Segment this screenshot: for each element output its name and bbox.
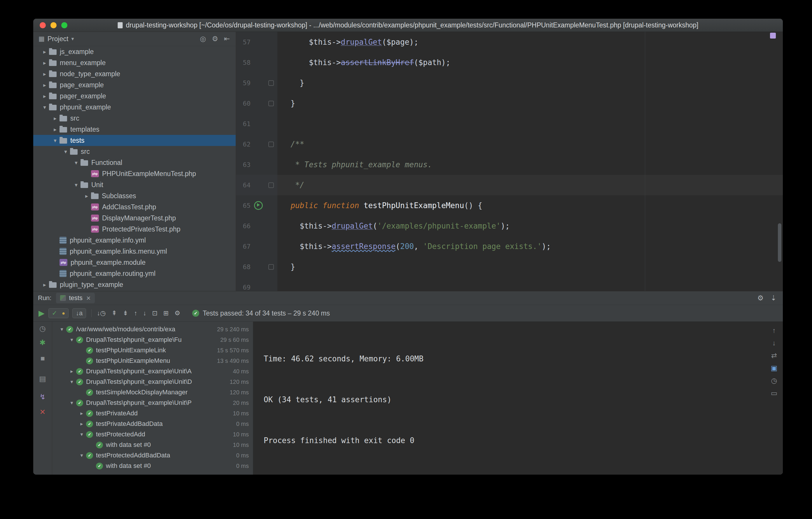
chevron-expanded-icon[interactable]: ▾ xyxy=(61,148,70,155)
test-tree-item[interactable]: ▾✓Drupal\Tests\phpunit_example\Unit\P20 … xyxy=(52,398,253,408)
project-tree-item[interactable]: phpProtectedPrivatesTest.php xyxy=(33,224,236,235)
chevron-collapsed-icon[interactable]: ▸ xyxy=(77,420,86,427)
project-tree-item[interactable]: phpAddClassTest.php xyxy=(33,201,236,213)
test-tree-item[interactable]: ▾✓Drupal\Tests\phpunit_example\Unit\D120… xyxy=(52,377,253,387)
chevron-expanded-icon[interactable]: ▾ xyxy=(67,379,76,385)
console-pane[interactable]: Time: 46.62 seconds, Memory: 6.00MB OK (… xyxy=(253,322,783,475)
code-editor[interactable]: 57 $this->drupalGet($page);58 $this->ass… xyxy=(236,32,783,291)
project-tree-item[interactable]: ▸page_example xyxy=(33,79,236,90)
project-tree-item[interactable]: phpPHPUnitExampleMenuTest.php xyxy=(33,168,236,179)
project-tree-item[interactable]: phpunit_example.links.menu.yml xyxy=(33,246,236,257)
next-failed-test-icon[interactable]: ↓ xyxy=(143,309,146,317)
project-tree-item[interactable]: ▸js_example xyxy=(33,46,236,57)
fold-marker-icon[interactable] xyxy=(268,101,274,106)
code-line[interactable]: 61 xyxy=(236,113,783,134)
test-settings-icon[interactable]: ⚙ xyxy=(174,309,180,317)
test-tree-item[interactable]: ▸✓testPrivateAdd10 ms xyxy=(52,408,253,418)
close-tab-icon[interactable]: × xyxy=(86,294,91,302)
hide-panel-icon[interactable]: ⇤ xyxy=(224,35,230,43)
chevron-collapsed-icon[interactable]: ▸ xyxy=(51,126,59,133)
run-test-icon[interactable] xyxy=(254,201,263,210)
close-window-button[interactable] xyxy=(40,22,46,28)
project-tree-item[interactable]: ▾phpunit_example xyxy=(33,102,236,113)
close-icon[interactable]: ✕ xyxy=(40,408,46,416)
chevron-collapsed-icon[interactable]: ▸ xyxy=(40,71,49,77)
project-tree-item[interactable]: phpDisplayManagerTest.php xyxy=(33,213,236,224)
inspection-indicator[interactable] xyxy=(770,33,776,38)
export-test-results-icon[interactable]: ⊞ xyxy=(163,309,169,317)
code-line[interactable]: 67 $this->assertResponse(200, 'Descripti… xyxy=(236,236,783,256)
project-tree-item[interactable]: ▸templates xyxy=(33,124,236,135)
chevron-collapsed-icon[interactable]: ▸ xyxy=(40,93,49,100)
settings-icon[interactable]: ⚙ xyxy=(757,294,763,302)
test-tree-item[interactable]: ▸✓testPrivateAddBadData0 ms xyxy=(52,418,253,429)
code-line[interactable]: 59 } xyxy=(236,73,783,93)
test-tree-item[interactable]: ▸✓Drupal\Tests\phpunit_example\Unit\A40 … xyxy=(52,366,253,377)
project-tree-item[interactable]: ▸plugin_type_example xyxy=(33,279,236,290)
scroll-to-top-icon[interactable]: ↑ xyxy=(772,326,776,334)
test-tree-item[interactable]: ▾✓testProtectedAddBadData0 ms xyxy=(52,450,253,461)
code-line[interactable]: 64 */ xyxy=(236,175,783,195)
locate-file-icon[interactable]: ◎ xyxy=(200,35,206,43)
sort-by-duration-icon[interactable]: ↓◷ xyxy=(97,309,106,317)
code-line[interactable]: 62 /** xyxy=(236,134,783,155)
minimize-window-button[interactable] xyxy=(51,22,57,28)
import-test-results-icon[interactable]: ⊡ xyxy=(152,309,157,317)
chevron-down-icon[interactable]: ▾ xyxy=(71,36,74,42)
code-line[interactable]: 60 } xyxy=(236,93,783,113)
test-tree-item[interactable]: ▾✓Drupal\Tests\phpunit_example\Fu29 s 60… xyxy=(52,334,253,345)
console-view-icon[interactable]: ▤ xyxy=(39,374,46,383)
chevron-collapsed-icon[interactable]: ▸ xyxy=(40,49,49,55)
chevron-collapsed-icon[interactable]: ▸ xyxy=(77,410,86,416)
scroll-to-bottom-icon[interactable]: ↓ xyxy=(772,339,776,347)
project-tree-item[interactable]: phpunit_example.routing.yml xyxy=(33,268,236,279)
settings-icon[interactable]: ⚙ xyxy=(212,35,218,43)
sort-alphabetically-icon[interactable]: ↓a xyxy=(76,309,83,317)
test-tree-item[interactable]: ✓testSimpleMockDisplayManager120 ms xyxy=(52,387,253,398)
project-tree-item[interactable]: ▾tests xyxy=(33,135,236,146)
project-tree-item[interactable]: ▸src xyxy=(33,113,236,124)
project-tree-item[interactable]: ▾Unit xyxy=(33,179,236,190)
show-ignored-icon[interactable]: ● xyxy=(62,310,65,317)
project-tree-item[interactable]: ▾Functional xyxy=(33,157,236,168)
chevron-collapsed-icon[interactable]: ▸ xyxy=(40,59,49,66)
soft-wrap-icon[interactable]: ⇄ xyxy=(771,351,777,360)
hide-panel-icon[interactable]: ⇣ xyxy=(771,294,776,302)
chevron-collapsed-icon[interactable]: ▸ xyxy=(40,82,49,88)
rerun-failed-tests-icon[interactable]: ✱ xyxy=(40,338,46,347)
chevron-expanded-icon[interactable]: ▾ xyxy=(67,400,76,406)
code-line[interactable]: 69 xyxy=(236,277,783,291)
chevron-expanded-icon[interactable]: ▾ xyxy=(40,104,49,111)
fold-marker-icon[interactable] xyxy=(268,142,274,147)
test-tree-item[interactable]: ▾✓/var/www/web/modules/contrib/exa29 s 2… xyxy=(52,324,253,334)
fold-marker-icon[interactable] xyxy=(268,183,274,188)
chevron-collapsed-icon[interactable]: ▸ xyxy=(40,281,49,288)
expand-all-icon[interactable]: ⇟ xyxy=(123,309,128,317)
chevron-expanded-icon[interactable]: ▾ xyxy=(57,326,66,332)
rerun-tests-icon[interactable]: ▶ xyxy=(38,308,45,318)
chevron-collapsed-icon[interactable]: ▸ xyxy=(51,115,59,122)
test-tree-item[interactable]: ▾✓testProtectedAdd10 ms xyxy=(52,429,253,440)
test-tree-item[interactable]: ✓testPhpUnitExampleMenu13 s 490 ms xyxy=(52,356,253,366)
test-tree-item[interactable]: ✓with data set #00 ms xyxy=(52,461,253,471)
test-tree-item[interactable]: ✓with data set #010 ms xyxy=(52,440,253,450)
project-tree-item[interactable]: phpunit_example.info.yml xyxy=(33,235,236,246)
previous-failed-test-icon[interactable]: ↑ xyxy=(134,309,137,317)
chevron-collapsed-icon[interactable]: ▸ xyxy=(82,193,91,199)
code-line[interactable]: 65 public function testPhpUnitExampleMen… xyxy=(236,195,783,216)
project-tree-item[interactable]: ▸Subclasses xyxy=(33,190,236,201)
editor-scrollbar[interactable] xyxy=(778,223,781,262)
fold-marker-icon[interactable] xyxy=(268,80,274,86)
chevron-expanded-icon[interactable]: ▾ xyxy=(67,336,76,343)
test-history-icon[interactable]: ◷ xyxy=(39,324,46,333)
fold-marker-icon[interactable] xyxy=(268,264,274,270)
project-tree-item[interactable]: phpphpunit_example.module xyxy=(33,257,236,268)
collapse-all-icon[interactable]: ⇞ xyxy=(112,309,117,317)
stop-icon[interactable]: ■ xyxy=(40,354,45,362)
plug-icon[interactable]: ↯ xyxy=(40,392,46,401)
chevron-expanded-icon[interactable]: ▾ xyxy=(77,452,86,459)
code-line[interactable]: 63 * Tests phpunit_example menus. xyxy=(236,155,783,175)
chevron-expanded-icon[interactable]: ▾ xyxy=(72,159,81,166)
titlebar[interactable]: drupal-testing-workshop [~/Code/os/drupa… xyxy=(33,19,783,32)
project-tree-item[interactable]: ▸pager_example xyxy=(33,90,236,102)
